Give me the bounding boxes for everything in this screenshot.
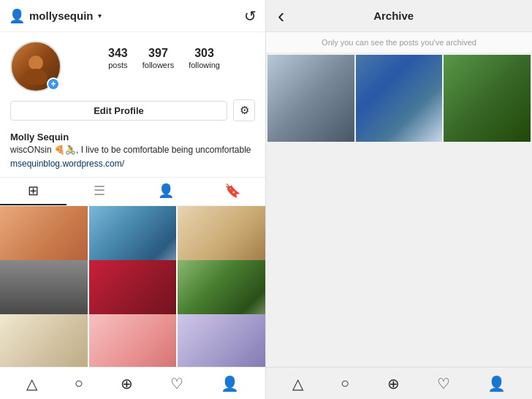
grid-icon: ⊞	[28, 183, 39, 199]
search-nav-icon[interactable]: ○	[75, 375, 83, 392]
history-icon[interactable]: ↺	[244, 7, 256, 25]
bio-name: Molly Sequin	[10, 132, 255, 142]
archive-cell[interactable]	[267, 55, 354, 142]
bottom-nav-left: △ ○ ⊕ ♡ 👤	[0, 367, 265, 399]
archive-notice: Only you can see the posts you've archiv…	[266, 32, 532, 53]
profile-section: + 343 posts 397 followers 303 following …	[0, 32, 265, 127]
tab-saved[interactable]: 🔖	[199, 178, 265, 205]
bio-link[interactable]: msequinblog.wordpress.com/	[10, 159, 124, 169]
svg-point-1	[24, 69, 48, 85]
bio-section: Molly Sequin wiscONsin 🍕🚴, I live to be …	[0, 127, 265, 175]
top-bar: 👤 mollysequin ▾ ↺	[0, 0, 265, 32]
settings-button[interactable]: ⚙	[233, 99, 255, 121]
home-nav-icon-right[interactable]: △	[292, 375, 303, 392]
followers-stat[interactable]: 397 followers	[142, 47, 174, 69]
followers-count: 397	[148, 47, 168, 60]
list-icon: ☰	[94, 183, 105, 199]
profile-top: + 343 posts 397 followers 303 following	[10, 41, 255, 92]
tab-tagged[interactable]: 👤	[133, 178, 200, 205]
grid-cell[interactable]	[89, 314, 177, 367]
following-stat[interactable]: 303 following	[189, 47, 220, 69]
bottom-nav-right: △ ○ ⊕ ♡ 👤	[266, 367, 532, 399]
grid-cell[interactable]	[0, 314, 88, 367]
tab-bar: ⊞ ☰ 👤 🔖	[0, 177, 265, 206]
archive-cell[interactable]	[356, 55, 443, 142]
home-nav-icon[interactable]: △	[26, 375, 37, 392]
right-panel: ‹ Archive Only you can see the posts you…	[266, 0, 532, 399]
bio-text: wiscONsin 🍕🚴, I live to be comfortable b…	[10, 144, 255, 156]
svg-point-0	[28, 56, 43, 70]
back-button[interactable]: ‹	[278, 6, 284, 26]
photo-grid	[0, 206, 265, 367]
profile-nav-icon-right[interactable]: 👤	[487, 375, 506, 392]
posts-label: posts	[108, 61, 127, 69]
username-label: mollysequin	[29, 10, 94, 22]
person-icon: 👤	[9, 8, 25, 24]
left-panel: 👤 mollysequin ▾ ↺ + 343 pos	[0, 0, 266, 399]
profile-nav-icon[interactable]: 👤	[221, 375, 239, 392]
archive-photo-grid	[266, 53, 532, 143]
tab-list[interactable]: ☰	[66, 178, 133, 205]
archive-title: Archive	[373, 10, 414, 22]
stats-row: 343 posts 397 followers 303 following	[73, 41, 255, 69]
following-label: following	[189, 61, 220, 69]
tab-grid[interactable]: ⊞	[0, 178, 66, 205]
add-post-nav-icon[interactable]: ⊕	[121, 375, 133, 392]
posts-count: 343	[108, 47, 128, 60]
edit-profile-button[interactable]: Edit Profile	[10, 101, 227, 121]
bookmark-icon: 🔖	[224, 183, 240, 199]
following-count: 303	[194, 47, 214, 60]
archive-header: ‹ Archive	[266, 0, 532, 32]
chevron-down-icon[interactable]: ▾	[98, 12, 102, 20]
followers-label: followers	[142, 61, 174, 69]
person-tag-icon: 👤	[158, 183, 174, 199]
top-bar-left: 👤 mollysequin ▾	[9, 8, 102, 24]
grid-cell[interactable]	[178, 314, 265, 367]
avatar-wrapper[interactable]: +	[10, 41, 61, 92]
edit-profile-row: Edit Profile ⚙	[10, 99, 255, 121]
posts-stat: 343 posts	[108, 47, 128, 69]
top-bar-right: ↺	[244, 7, 256, 25]
add-story-button[interactable]: +	[47, 77, 60, 91]
archive-cell[interactable]	[444, 55, 531, 142]
activity-nav-icon-right[interactable]: ♡	[437, 375, 450, 392]
add-post-nav-icon-right[interactable]: ⊕	[387, 375, 400, 392]
activity-nav-icon[interactable]: ♡	[170, 375, 183, 392]
search-nav-icon-right[interactable]: ○	[341, 375, 349, 392]
